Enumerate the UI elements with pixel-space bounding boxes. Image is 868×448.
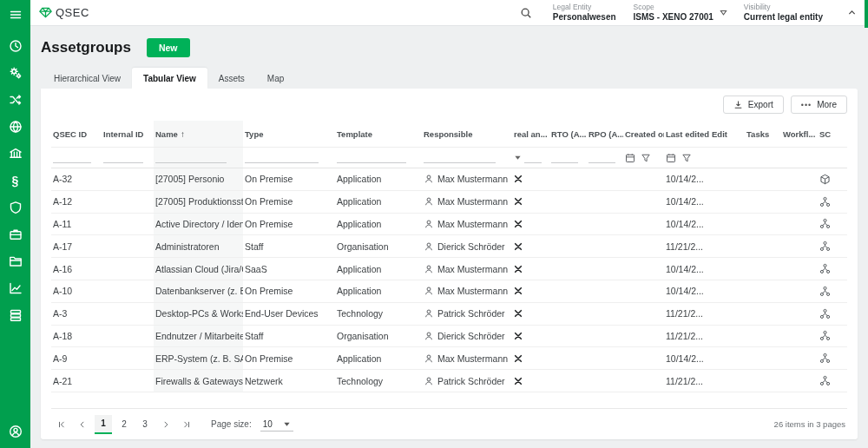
col-header-type[interactable]: Type: [243, 121, 335, 147]
table-row[interactable]: A-32 [27005] Personio On Premise Applica…: [51, 168, 847, 191]
cell-edit[interactable]: [710, 168, 745, 190]
filter-funnel-icon[interactable]: [641, 153, 651, 163]
scope-dropdown-icon[interactable]: [719, 8, 728, 17]
cell-sc[interactable]: [818, 347, 847, 369]
table-row[interactable]: A-21 Firewalls & Gateways Netzwerk Techn…: [51, 370, 847, 392]
settings-icon[interactable]: [8, 65, 23, 81]
filter-responsible[interactable]: [422, 148, 512, 168]
cell-workflow[interactable]: [781, 214, 818, 235]
table-row[interactable]: A-12 [27005] Produktionssteu... On Premi…: [51, 191, 847, 214]
cell-edit[interactable]: [710, 280, 745, 302]
tab-hierarchical-view[interactable]: Hierarchical View: [43, 68, 132, 89]
page-size-select[interactable]: 10: [260, 418, 293, 432]
export-button[interactable]: Export: [723, 96, 784, 114]
filter-funnel-icon[interactable]: [681, 153, 692, 163]
cell-tasks[interactable]: [745, 258, 781, 280]
col-header-last-edited[interactable]: Last edited: [664, 121, 710, 147]
hierarchy-icon[interactable]: [819, 196, 831, 208]
network-globe-icon[interactable]: [8, 119, 23, 135]
page-number-2[interactable]: 2: [115, 415, 133, 434]
table-row[interactable]: A-11 Active Directory / Identity... On P…: [51, 214, 847, 236]
tab-assets[interactable]: Assets: [207, 68, 256, 89]
col-header-sc[interactable]: SC: [818, 121, 847, 147]
legal-entity-selector[interactable]: Legal Entity Personalwesen: [544, 3, 625, 23]
cell-tasks[interactable]: [745, 235, 781, 257]
hierarchy-icon[interactable]: [819, 308, 831, 320]
profile-icon[interactable]: [8, 424, 23, 439]
cell-tasks[interactable]: [745, 370, 781, 392]
cell-sc[interactable]: [818, 280, 847, 302]
filter-dropdown-icon[interactable]: [514, 154, 522, 161]
cell-sc[interactable]: [818, 191, 847, 213]
cell-edit[interactable]: [710, 235, 745, 257]
table-row[interactable]: A-10 Datenbankserver (z. B. M... On Prem…: [51, 280, 847, 303]
briefcase-icon[interactable]: [8, 227, 23, 242]
cell-tasks[interactable]: [745, 168, 781, 190]
col-header-tasks[interactable]: Tasks: [745, 121, 781, 147]
cell-tasks[interactable]: [745, 191, 781, 213]
cell-workflow[interactable]: [781, 303, 818, 325]
cell-tasks[interactable]: [745, 326, 781, 347]
filter-rpo[interactable]: [587, 148, 623, 168]
cell-workflow[interactable]: [781, 191, 818, 213]
reports-icon[interactable]: [8, 280, 23, 296]
col-header-responsible[interactable]: Responsible: [422, 121, 512, 147]
filter-template[interactable]: [335, 148, 422, 168]
hierarchy-icon[interactable]: [819, 218, 831, 229]
table-row[interactable]: A-17 Administratoren Staff Organisation …: [51, 235, 847, 258]
menu-icon[interactable]: [8, 7, 23, 23]
scrollbar-thumb[interactable]: [865, 0, 868, 28]
tab-tabular-view[interactable]: Tabular View: [132, 68, 207, 89]
hierarchy-icon[interactable]: [819, 286, 831, 297]
cell-tasks[interactable]: [745, 214, 781, 235]
folder-icon[interactable]: [8, 254, 23, 269]
hierarchy-icon[interactable]: [819, 375, 831, 386]
last-page-button[interactable]: [178, 416, 195, 433]
col-header-edit[interactable]: Edit: [710, 121, 745, 147]
cell-sc[interactable]: [818, 303, 847, 325]
cell-edit[interactable]: [710, 191, 745, 213]
hierarchy-icon[interactable]: [819, 330, 831, 341]
cell-workflow[interactable]: [781, 326, 818, 347]
hierarchy-icon[interactable]: [819, 240, 831, 252]
cell-edit[interactable]: [710, 303, 745, 325]
hierarchy-icon[interactable]: [819, 352, 831, 364]
filter-internal-id[interactable]: [102, 148, 154, 168]
shuffle-icon[interactable]: [8, 92, 23, 108]
col-header-template[interactable]: Template: [335, 121, 422, 147]
cell-sc[interactable]: [818, 214, 847, 235]
server-icon[interactable]: [8, 307, 23, 323]
cell-sc[interactable]: [818, 168, 847, 190]
cell-edit[interactable]: [710, 214, 745, 235]
cell-workflow[interactable]: [781, 168, 818, 190]
filter-created-on[interactable]: [623, 148, 664, 168]
cell-workflow[interactable]: [781, 258, 818, 280]
previous-page-button[interactable]: [74, 416, 91, 433]
cell-workflow[interactable]: [781, 370, 818, 392]
table-row[interactable]: A-9 ERP-System (z. B. SAP) On Premise Ap…: [51, 347, 847, 370]
cube-icon[interactable]: [819, 174, 831, 185]
filter-rto[interactable]: [549, 148, 587, 168]
filter-last-edited[interactable]: [664, 148, 710, 168]
filter-real[interactable]: [512, 148, 549, 168]
col-header-real[interactable]: real an...: [512, 121, 549, 147]
col-header-name[interactable]: Name↑: [154, 121, 243, 147]
tab-map[interactable]: Map: [256, 68, 295, 89]
scope-selector[interactable]: Scope ISMS - XENO 27001: [625, 3, 728, 23]
cell-sc[interactable]: [818, 258, 847, 280]
filter-type[interactable]: [243, 148, 335, 168]
cell-tasks[interactable]: [745, 303, 781, 325]
cell-edit[interactable]: [710, 326, 745, 347]
cell-edit[interactable]: [710, 258, 745, 280]
table-row[interactable]: A-18 Endnutzer / Mitarbeitende Staff Org…: [51, 326, 847, 348]
col-header-internal-id[interactable]: Internal ID: [102, 121, 154, 147]
page-number-3[interactable]: 3: [136, 415, 154, 434]
first-page-button[interactable]: [53, 416, 70, 433]
more-button[interactable]: ••• More: [791, 96, 847, 114]
col-header-rpo[interactable]: RPO (A...: [587, 121, 623, 147]
cell-sc[interactable]: [818, 326, 847, 347]
cell-workflow[interactable]: [781, 280, 818, 302]
calendar-icon[interactable]: [666, 153, 676, 163]
new-button[interactable]: New: [147, 38, 190, 57]
hierarchy-icon[interactable]: [819, 263, 831, 274]
